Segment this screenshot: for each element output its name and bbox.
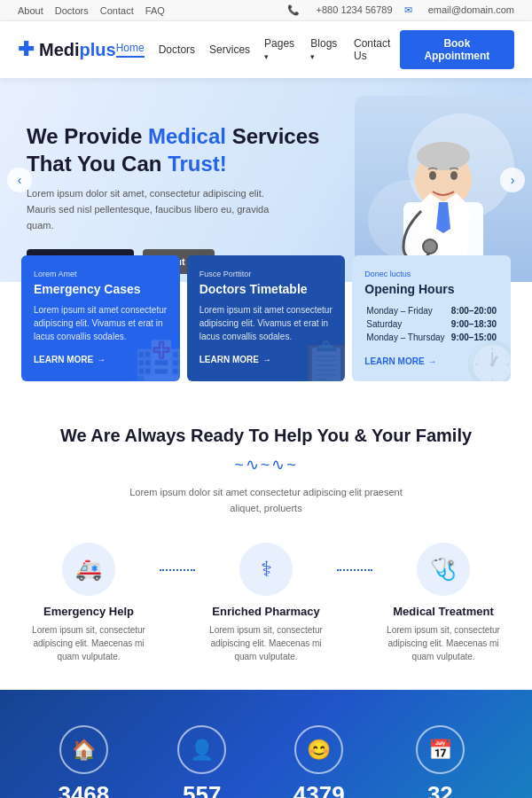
feature-body-pharmacy: Lorem ipsum sit, consectetur adipiscing … — [204, 623, 328, 663]
logo-icon: ✚ — [18, 38, 34, 61]
logo-text: Mediplus — [39, 40, 116, 60]
stat-icon-doctors: 👤 — [177, 725, 226, 774]
pharmacy-icon: ⚕ — [239, 543, 293, 596]
card-icon-hours: 🕐 — [465, 339, 511, 381]
info-card-hours: Donec luctus Opening Hours Monday – Frid… — [352, 255, 511, 381]
help-feature-treatment: 🩺 Medical Treatment Lorem ipsum sit, con… — [381, 543, 505, 663]
phone-number: +880 1234 56789 — [317, 4, 393, 15]
help-features: 🚑 Emergency Help Lorem ipsum sit, consec… — [27, 543, 505, 663]
connector-1 — [160, 543, 195, 571]
help-feature-emergency: 🚑 Emergency Help Lorem ipsum sit, consec… — [27, 543, 151, 663]
topbar-doctors[interactable]: Doctors — [55, 5, 89, 16]
phone-icon: 📞 — [287, 4, 300, 15]
hours-day-1: Saturday — [366, 318, 448, 330]
help-feature-pharmacy: ⚕ Enriched Pharmacy Lorem ipsum sit, con… — [204, 543, 328, 663]
stat-number-patients: 4379 — [289, 781, 349, 798]
stat-doctors: 👤 557 Specialist Doctors — [167, 725, 238, 798]
logo[interactable]: ✚ Mediplus — [18, 38, 116, 61]
hero-headline: We Provide Medical Services That You Can… — [27, 122, 505, 177]
feature-title-emergency: Emergency Help — [43, 605, 134, 618]
dots-1 — [160, 569, 195, 571]
stat-number-rooms: 3468 — [52, 781, 115, 798]
hero-body: Lorem ipsum dolor sit amet, consectetur … — [27, 186, 275, 233]
top-bar-contact: 📞 +880 1234 56789 ✉ email@domain.com — [277, 4, 514, 16]
nav-pages[interactable]: Pages — [264, 37, 296, 62]
stats-section: 🏠 3468 Hospital Rooms 👤 557 Specialist D… — [0, 690, 532, 798]
hours-day-2: Monday – Thursday — [366, 332, 448, 343]
nav-links: Home Doctors Services Pages Blogs Contac… — [116, 37, 400, 62]
dots-2 — [337, 569, 372, 571]
feature-title-pharmacy: Enriched Pharmacy — [212, 605, 319, 618]
heartbeat-icon: ~∿~∿~ — [27, 455, 505, 474]
nav-doctors[interactable]: Doctors — [159, 43, 195, 56]
hero-next-button[interactable]: › — [500, 168, 525, 192]
email-icon: ✉ — [404, 4, 412, 15]
learn-more-timetable[interactable]: LEARN MORE — [200, 355, 271, 364]
feature-title-treatment: Medical Treatment — [393, 605, 493, 618]
hero-prev-button[interactable]: ‹ — [7, 168, 32, 192]
stat-rooms: 🏠 3468 Hospital Rooms — [52, 725, 115, 798]
topbar-contact[interactable]: Contact — [100, 5, 134, 16]
feature-body-emergency: Lorem ipsum sit, consectetur adipiscing … — [27, 623, 151, 663]
card-title-emergency: Emergency Cases — [34, 282, 168, 296]
info-card-emergency: Lorem Amet Emergency Cases Lorem ipsum s… — [21, 255, 180, 381]
card-body-emergency: Lorem ipsum sit amet consectetur adipisc… — [34, 303, 168, 343]
hero-section: ‹ We Provide Medical Services That You C… — [0, 78, 532, 282]
connector-2 — [337, 543, 372, 571]
learn-more-hours[interactable]: LEARN MORE — [364, 356, 436, 366]
card-icon-timetable: 📋 — [299, 339, 345, 381]
info-card-timetable: Fusce Porttitor Doctors Timetable Lorem … — [187, 255, 346, 381]
navbar: ✚ Mediplus Home Doctors Services Pages B… — [0, 21, 532, 78]
stat-experience: 📅 32 Years of Experience — [401, 725, 480, 798]
stat-number-experience: 32 — [401, 781, 480, 798]
card-title-hours: Opening Hours — [364, 282, 498, 296]
hours-day-0: Monday – Friday — [366, 305, 448, 317]
card-icon-emergency: 🏥 — [134, 339, 180, 381]
topbar-about[interactable]: About — [18, 5, 43, 16]
help-section: We Are Always Ready To Help You & Your F… — [0, 381, 532, 690]
top-bar: About Doctors Contact FAQ 📞 +880 1234 56… — [0, 0, 532, 21]
nav-blogs[interactable]: Blogs — [310, 37, 340, 62]
nav-services[interactable]: Services — [209, 43, 250, 56]
top-bar-links: About Doctors Contact FAQ — [18, 5, 174, 16]
card-label-hours: Donec luctus — [364, 270, 498, 278]
learn-more-emergency[interactable]: LEARN MORE — [34, 355, 106, 364]
hours-time-0: 8:00–20:00 — [450, 305, 497, 317]
nav-home[interactable]: Home — [116, 42, 145, 58]
stat-patients: 😊 4379 Happy Patients — [289, 725, 349, 798]
card-body-timetable: Lorem ipsum sit amet consectetur adipisc… — [200, 303, 333, 343]
topbar-faq[interactable]: FAQ — [145, 5, 165, 16]
stat-icon-patients: 😊 — [294, 725, 343, 774]
stat-icon-experience: 📅 — [416, 725, 465, 774]
stat-number-doctors: 557 — [167, 781, 238, 798]
card-title-timetable: Doctors Timetable — [200, 282, 333, 296]
email-address: email@domain.com — [428, 4, 514, 15]
card-label-emergency: Lorem Amet — [34, 270, 168, 278]
hours-row-0: Monday – Friday 8:00–20:00 — [366, 305, 497, 317]
info-cards: Lorem Amet Emergency Cases Lorem ipsum s… — [18, 255, 514, 381]
stats-grid: 🏠 3468 Hospital Rooms 👤 557 Specialist D… — [27, 725, 505, 798]
treatment-icon: 🩺 — [417, 543, 470, 596]
help-subtitle: Lorem ipsum dolor sit amet consectetur a… — [124, 485, 408, 516]
hours-row-1: Saturday 9:00–18:30 — [366, 318, 497, 330]
feature-body-treatment: Lorem ipsum sit, consectetur adipiscing … — [381, 623, 505, 663]
book-appointment-button[interactable]: Book Appointment — [400, 30, 514, 69]
stat-icon-rooms: 🏠 — [59, 725, 108, 774]
hero-content: We Provide Medical Services That You Can… — [27, 113, 505, 274]
emergency-icon: 🚑 — [62, 543, 115, 596]
card-label-timetable: Fusce Porttitor — [200, 270, 333, 278]
hours-time-1: 9:00–18:30 — [450, 318, 497, 330]
nav-contact[interactable]: Contact Us — [354, 37, 400, 62]
help-title: We Are Always Ready To Help You & Your F… — [27, 426, 505, 446]
